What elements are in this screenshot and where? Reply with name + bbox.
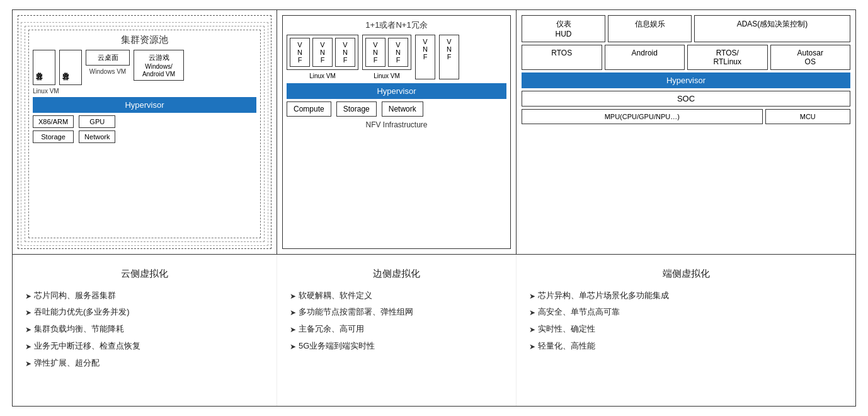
edge-item-2: ➤ 多功能节点按需部署、弹性组网 bbox=[290, 304, 503, 320]
vnf-group-1: VNF VNF VNF Linux VM bbox=[287, 35, 358, 79]
soc-wrapper: 仪表HUD 信息娱乐 ADAS(感知决策控制) RTOS Android RTO… bbox=[522, 15, 850, 249]
os-row: RTOS Android RTOS/RTLinux AutosarOS bbox=[522, 45, 850, 70]
arrow-2: ➤ bbox=[25, 306, 31, 320]
arrow-13: ➤ bbox=[529, 340, 535, 354]
edge-diagram-col: 1+1或者N+1冗余 VNF VNF VNF Linux VM bbox=[277, 10, 517, 254]
hw-col-1: X86/ARM Storage bbox=[33, 115, 74, 143]
arrow-5: ➤ bbox=[25, 357, 31, 371]
android-box: Android bbox=[605, 45, 685, 70]
cloud-item-1: ➤ 芯片同构、服务器集群 bbox=[25, 288, 264, 304]
arrow-1: ➤ bbox=[25, 289, 31, 304]
edge-item-3: ➤ 主备冗余、高可用 bbox=[290, 321, 503, 337]
hypervisor-bar-3: Hypervisor bbox=[522, 72, 850, 88]
vm-box-4: 云游戏Windows/Android VM bbox=[134, 50, 184, 81]
linux-vm-1: Linux VM bbox=[287, 72, 358, 79]
cloud-item-4: ➤ 业务无中断迁移、检查点恢复 bbox=[25, 338, 264, 354]
arrow-4: ➤ bbox=[25, 340, 31, 354]
soc-box: SOC bbox=[522, 91, 850, 107]
hud-box: 仪表HUD bbox=[522, 15, 605, 42]
nfv-title: 1+1或者N+1冗余 bbox=[287, 20, 506, 31]
vnf-inner-group-1: VNF VNF VNF bbox=[287, 35, 358, 70]
edge-desc: 边侧虚拟化 ➤ 软硬解耦、软件定义 ➤ 多功能节点按需部署、弹性组网 ➤ 主备冗… bbox=[277, 255, 517, 406]
cloud-item-3: ➤ 集群负载均衡、节能降耗 bbox=[25, 321, 264, 337]
cloud-item-2: ➤ 吞吐能力优先(多业务并发) bbox=[25, 304, 264, 320]
compute-box: Compute bbox=[287, 101, 331, 117]
gpu-box: GPU bbox=[79, 115, 115, 128]
cluster-title: 集群资源池 bbox=[33, 34, 256, 46]
terminal-item-2: ➤ 高安全、单节点高可靠 bbox=[529, 304, 843, 320]
arrow-10: ➤ bbox=[529, 289, 535, 304]
mpu-row: MPU(CPU/GPU/NPU…) MCU bbox=[522, 109, 850, 124]
linux-vm-label: Linux VM bbox=[33, 88, 256, 95]
vm-box-3: 云桌面 bbox=[86, 50, 130, 66]
main-container: 集群资源池 业务容器 业务容器 云桌面 Windows VM bbox=[12, 9, 856, 407]
vnf-2: VNF bbox=[312, 38, 333, 67]
mpu-box: MPU(CPU/GPU/NPU…) bbox=[522, 109, 763, 124]
vnf-6: VNF bbox=[415, 35, 435, 79]
nfv-wrapper: 1+1或者N+1冗余 VNF VNF VNF Linux VM bbox=[282, 15, 511, 249]
terminal-desc: 端侧虚拟化 ➤ 芯片异构、单芯片场景化多功能集成 ➤ 高安全、单节点高可靠 ➤ … bbox=[517, 255, 855, 406]
vm-box-1: 业务容器 bbox=[33, 50, 55, 85]
network-box-2: Network bbox=[382, 101, 423, 117]
hypervisor-bar-2: Hypervisor bbox=[287, 83, 506, 99]
cloud-diagram-col: 集群资源池 业务容器 业务容器 云桌面 Windows VM bbox=[13, 10, 277, 254]
arrow-12: ➤ bbox=[529, 323, 535, 337]
nfv-infra-label: NFV Infrastructure bbox=[287, 120, 506, 129]
terminal-desc-title: 端侧虚拟化 bbox=[529, 265, 843, 283]
vnf-row: VNF VNF VNF Linux VM VNF VNF Linux VM bbox=[287, 35, 506, 79]
storage-box: Storage bbox=[33, 130, 74, 143]
arrow-9: ➤ bbox=[290, 340, 296, 354]
info-box: 信息娱乐 bbox=[608, 15, 692, 42]
cloud-desc-title: 云侧虚拟化 bbox=[25, 265, 264, 283]
rtos-box: RTOS bbox=[522, 45, 602, 70]
vnf-inner-group-2: VNF VNF bbox=[362, 35, 411, 70]
rtlinux-box: RTOS/RTLinux bbox=[687, 45, 768, 70]
arrow-6: ➤ bbox=[290, 289, 296, 304]
cloud-desc: 云侧虚拟化 ➤ 芯片同构、服务器集群 ➤ 吞吐能力优先(多业务并发) ➤ 集群负… bbox=[13, 255, 277, 406]
hypervisor-bar-1: Hypervisor bbox=[33, 97, 256, 113]
top-section: 集群资源池 业务容器 业务容器 云桌面 Windows VM bbox=[13, 10, 855, 255]
vnf-group-2: VNF VNF Linux VM bbox=[362, 35, 411, 79]
arrow-7: ➤ bbox=[290, 306, 296, 320]
vm-row: 业务容器 业务容器 云桌面 Windows VM 云游戏Windows/Andr… bbox=[33, 50, 256, 85]
edge-item-4: ➤ 5G业务端到端实时性 bbox=[290, 338, 503, 354]
cloud-item-5: ➤ 弹性扩展、超分配 bbox=[25, 355, 264, 371]
vnf-3: VNF bbox=[335, 38, 355, 67]
arrow-11: ➤ bbox=[529, 306, 535, 320]
hw-row: X86/ARM Storage GPU Network bbox=[33, 115, 256, 143]
terminal-diagram-col: 仪表HUD 信息娱乐 ADAS(感知决策控制) RTOS Android RTO… bbox=[517, 10, 855, 254]
terminal-item-3: ➤ 实时性、确定性 bbox=[529, 321, 843, 337]
terminal-item-4: ➤ 轻量化、高性能 bbox=[529, 338, 843, 354]
vnf-5: VNF bbox=[388, 38, 408, 67]
edge-item-1: ➤ 软硬解耦、软件定义 bbox=[290, 288, 503, 304]
vnf-4: VNF bbox=[365, 38, 385, 67]
vm-box-2: 业务容器 bbox=[59, 50, 82, 85]
network-box-1: Network bbox=[79, 130, 115, 143]
vm-label-windows: Windows VM bbox=[86, 68, 130, 75]
compute-row: Compute Storage Network bbox=[287, 101, 506, 117]
mcu-box: MCU bbox=[765, 109, 851, 124]
bottom-section: 云侧虚拟化 ➤ 芯片同构、服务器集群 ➤ 吞吐能力优先(多业务并发) ➤ 集群负… bbox=[13, 255, 855, 406]
vm-box-3-wrap: 云桌面 Windows VM bbox=[86, 50, 130, 85]
hw-col-2: GPU Network bbox=[79, 115, 115, 143]
x86-box: X86/ARM bbox=[33, 115, 74, 128]
vnf-7: VNF bbox=[439, 35, 459, 79]
app-row: 仪表HUD 信息娱乐 ADAS(感知决策控制) bbox=[522, 15, 850, 42]
linux-vm-2: Linux VM bbox=[362, 72, 411, 79]
autosar-box: AutosarOS bbox=[770, 45, 851, 70]
vm-box-4-wrap: 云游戏Windows/Android VM bbox=[134, 50, 184, 85]
terminal-item-1: ➤ 芯片异构、单芯片场景化多功能集成 bbox=[529, 288, 843, 304]
arrow-8: ➤ bbox=[290, 323, 296, 337]
vnf-1: VNF bbox=[290, 38, 310, 67]
edge-desc-title: 边侧虚拟化 bbox=[290, 265, 503, 283]
cluster-pool-wrapper: 集群资源池 业务容器 业务容器 云桌面 Windows VM bbox=[18, 15, 271, 249]
storage-box-2: Storage bbox=[336, 101, 377, 117]
adas-box: ADAS(感知决策控制) bbox=[694, 15, 850, 42]
arrow-3: ➤ bbox=[25, 323, 31, 337]
